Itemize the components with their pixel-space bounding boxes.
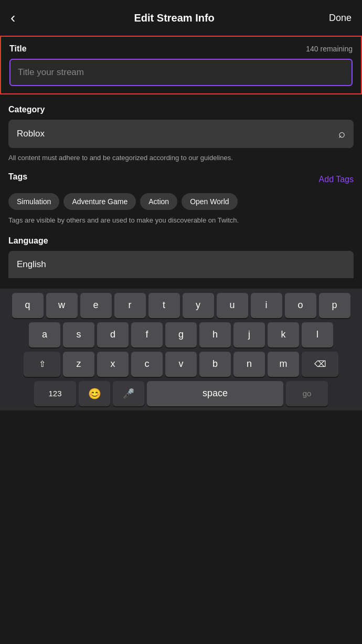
back-button[interactable]: ‹ (10, 8, 19, 27)
key-m[interactable]: m (268, 352, 299, 377)
space-key[interactable]: space (147, 381, 283, 406)
key-r[interactable]: r (114, 293, 146, 318)
title-counter: 140 remaining (306, 45, 353, 53)
key-s[interactable]: s (63, 322, 94, 347)
key-y[interactable]: y (183, 293, 214, 318)
key-j[interactable]: j (233, 322, 265, 347)
key-d[interactable]: d (97, 322, 129, 347)
tags-row: SimulationAdventure GameActionOpen World (8, 193, 354, 210)
key-k[interactable]: k (268, 322, 299, 347)
shift-key[interactable]: ⇧ (24, 352, 60, 377)
key-l[interactable]: l (302, 322, 333, 347)
keyboard-bottom-row: 123 😊 🎤 space go (2, 381, 360, 406)
tags-note: Tags are visible by others and are used … (8, 215, 354, 226)
category-note: All content must adhere to and be catego… (8, 153, 354, 163)
go-key[interactable]: go (286, 381, 328, 406)
tags-header: Tags Add Tags (8, 172, 354, 187)
key-v[interactable]: v (165, 352, 197, 377)
key-b[interactable]: b (199, 352, 231, 377)
mic-key[interactable]: 🎤 (113, 381, 144, 406)
category-value: Roblox (17, 129, 338, 139)
tag-pill[interactable]: Simulation (8, 193, 59, 210)
page-title: Edit Stream Info (134, 12, 214, 24)
category-input[interactable]: Roblox ⌕ (8, 120, 354, 148)
tag-pill[interactable]: Adventure Game (63, 193, 136, 210)
key-h[interactable]: h (199, 322, 231, 347)
key-g[interactable]: g (165, 322, 197, 347)
language-input[interactable]: English (8, 251, 354, 278)
key-w[interactable]: w (46, 293, 78, 318)
key-u[interactable]: u (217, 293, 248, 318)
header: ‹ Edit Stream Info Done (0, 0, 362, 36)
title-input-wrapper[interactable] (9, 59, 353, 86)
title-section: Title 140 remaining (0, 36, 362, 94)
key-a[interactable]: a (29, 322, 60, 347)
key-x[interactable]: x (97, 352, 129, 377)
search-icon[interactable]: ⌕ (338, 127, 345, 141)
tag-pill[interactable]: Action (140, 193, 177, 210)
tags-section: Tags Add Tags SimulationAdventure GameAc… (0, 172, 362, 226)
key-t[interactable]: t (148, 293, 180, 318)
key-o[interactable]: o (285, 293, 316, 318)
keyboard: qwertyuiop asdfghjkl ⇧ zxcvbnm⌫ 123 😊 🎤 … (0, 289, 362, 410)
title-field-header: Title 140 remaining (9, 44, 353, 54)
keyboard-row-3: ⇧ zxcvbnm⌫ (2, 352, 360, 377)
key-f[interactable]: f (131, 322, 163, 347)
tag-pill[interactable]: Open World (182, 193, 237, 210)
keyboard-row-1: qwertyuiop (2, 293, 360, 318)
add-tags-button[interactable]: Add Tags (319, 175, 354, 184)
title-label: Title (9, 44, 27, 54)
delete-key[interactable]: ⌫ (302, 352, 338, 377)
keyboard-row-2: asdfghjkl (2, 322, 360, 347)
key-n[interactable]: n (233, 352, 265, 377)
key-e[interactable]: e (80, 293, 112, 318)
key-i[interactable]: i (251, 293, 282, 318)
numbers-key[interactable]: 123 (34, 381, 76, 406)
language-section: Language English (0, 236, 362, 278)
done-button[interactable]: Done (329, 13, 352, 24)
title-input[interactable] (10, 60, 352, 85)
key-p[interactable]: p (319, 293, 350, 318)
language-value: English (17, 259, 46, 269)
category-label: Category (8, 105, 354, 114)
key-q[interactable]: q (12, 293, 44, 318)
language-label: Language (8, 236, 354, 246)
category-section: Category Roblox ⌕ All content must adher… (0, 105, 362, 163)
key-z[interactable]: z (63, 352, 94, 377)
emoji-key[interactable]: 😊 (79, 381, 110, 406)
content-area: Title 140 remaining Category Roblox ⌕ Al… (0, 36, 362, 283)
tags-label: Tags (8, 172, 27, 182)
key-c[interactable]: c (131, 352, 163, 377)
